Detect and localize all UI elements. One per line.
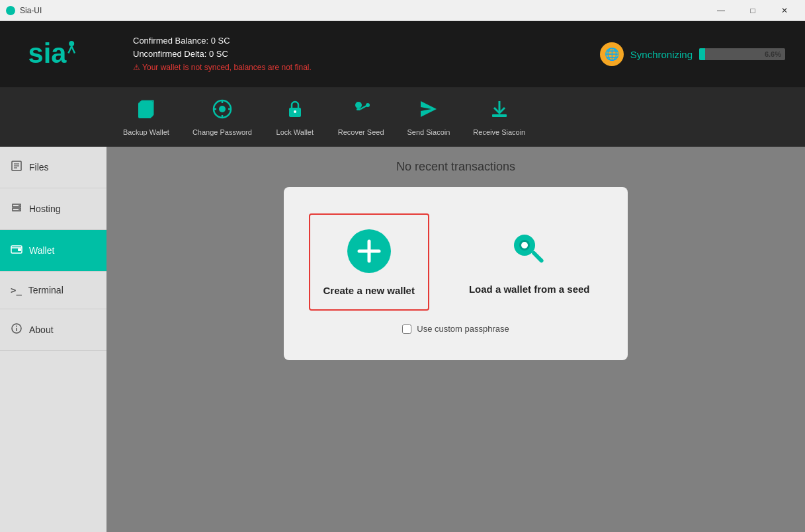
title-bar-left: Sia-UI (5, 5, 42, 16)
lock-wallet-label: Lock Wallet (276, 128, 314, 136)
custom-passphrase-label[interactable]: Use custom passphrase (402, 324, 509, 334)
sync-area: 🌐 Synchronizing 6.6% (600, 42, 785, 66)
recover-seed-label: Recover Seed (338, 128, 384, 136)
about-label: About (29, 324, 54, 335)
wallet-info: Confirmed Balance: 0 SC Unconfirmed Delt… (120, 28, 600, 81)
warning-text: ⚠ Your wallet is not synced, balances ar… (133, 61, 312, 74)
hosting-icon (11, 202, 22, 216)
change-password-icon (212, 98, 233, 124)
wallet-label: Wallet (29, 245, 54, 256)
unconfirmed-balance: Unconfirmed Delta: 0 SC (133, 48, 587, 61)
svg-point-34 (16, 326, 17, 327)
toolbar-main: Backup Wallet Change Password (106, 87, 805, 147)
header-row: sia Confirmed Balance: 0 SC Unconfirmed … (0, 21, 805, 87)
svg-point-19 (366, 103, 370, 107)
send-siacoin-button[interactable]: Send Siacoin (398, 92, 460, 143)
svg-rect-22 (492, 114, 507, 117)
title-bar-controls: — □ ✕ (706, 0, 800, 21)
load-wallet-option[interactable]: Load a wallet from a seed (456, 213, 603, 308)
create-new-wallet-option[interactable]: Create a new wallet (309, 213, 429, 311)
sidebar: Files Hosting (0, 147, 106, 532)
maximize-button[interactable]: □ (738, 0, 768, 21)
no-transactions-text: No recent transactions (396, 160, 515, 174)
title-bar-text: Sia-UI (20, 6, 42, 15)
svg-rect-40 (531, 250, 544, 264)
sidebar-item-files[interactable]: Files (0, 147, 106, 188)
toolbar-spacer (0, 87, 106, 147)
svg-point-2 (69, 41, 74, 46)
svg-text:sia: sia (28, 37, 67, 68)
app-icon (5, 5, 16, 16)
svg-point-27 (19, 205, 20, 206)
lock-wallet-icon (284, 98, 306, 124)
change-password-button[interactable]: Change Password (183, 92, 262, 143)
custom-passphrase-text: Use custom passphrase (417, 324, 509, 334)
wallet-warning: ⚠ Your wallet is not synced, balances ar… (133, 61, 587, 74)
terminal-icon: >_ (11, 285, 22, 295)
minimize-button[interactable]: — (706, 0, 736, 21)
receive-siacoin-button[interactable]: Receive Siacoin (463, 92, 535, 143)
change-password-label: Change Password (192, 128, 252, 136)
main-layout: Files Hosting (0, 147, 805, 532)
about-icon (11, 323, 22, 337)
svg-rect-17 (357, 108, 360, 110)
header-right: Confirmed Balance: 0 SC Unconfirmed Delt… (106, 21, 805, 87)
svg-point-9 (219, 106, 226, 112)
files-icon (11, 160, 22, 174)
svg-line-4 (68, 46, 71, 53)
load-wallet-icon (506, 227, 552, 273)
load-wallet-label: Load a wallet from a seed (469, 284, 590, 295)
receive-siacoin-icon (489, 98, 510, 124)
app-container: sia Confirmed Balance: 0 SC Unconfirmed … (0, 21, 805, 532)
wallet-options-card: Create a new wallet Load a wallet from a… (284, 187, 628, 360)
confirmed-balance: Confirmed Balance: 0 SC (133, 34, 587, 48)
sync-progress-bar: 6.6% (699, 48, 785, 60)
sync-text: Synchronizing (630, 49, 693, 60)
wallet-icon (11, 243, 22, 258)
svg-point-15 (294, 110, 296, 113)
custom-passphrase-checkbox[interactable] (402, 324, 411, 334)
sidebar-item-about[interactable]: About (0, 309, 106, 351)
close-button[interactable]: ✕ (769, 0, 800, 21)
svg-rect-7 (140, 101, 153, 117)
recover-seed-icon (351, 98, 372, 124)
title-bar: Sia-UI — □ ✕ (0, 0, 805, 21)
toolbar-row: Backup Wallet Change Password (0, 87, 805, 147)
sync-percent: 6.6% (765, 50, 781, 58)
receive-siacoin-label: Receive Siacoin (473, 128, 525, 136)
svg-point-28 (19, 209, 20, 210)
terminal-label: Terminal (28, 285, 64, 295)
lock-wallet-button[interactable]: Lock Wallet (265, 92, 325, 143)
svg-line-3 (71, 46, 75, 53)
sia-logo: sia (27, 36, 80, 73)
create-wallet-icon (346, 228, 392, 274)
logo-area: sia (0, 21, 106, 87)
sidebar-item-hosting[interactable]: Hosting (0, 188, 106, 230)
svg-point-0 (6, 6, 15, 15)
create-wallet-label: Create a new wallet (323, 285, 415, 296)
sync-globe-icon: 🌐 (600, 42, 624, 66)
content-area: No recent transactions Create a new wall… (106, 147, 805, 532)
hosting-label: Hosting (29, 204, 60, 214)
backup-wallet-button[interactable]: Backup Wallet (113, 92, 179, 143)
svg-point-16 (355, 102, 362, 108)
send-siacoin-icon (418, 98, 439, 124)
backup-wallet-icon (136, 98, 157, 124)
sync-bar-fill (699, 48, 705, 60)
sidebar-item-wallet[interactable]: Wallet (0, 230, 106, 272)
backup-wallet-label: Backup Wallet (123, 128, 169, 136)
sidebar-item-terminal[interactable]: >_ Terminal (0, 272, 106, 309)
send-siacoin-label: Send Siacoin (407, 128, 450, 136)
wallet-options-row: Create a new wallet Load a wallet from a… (309, 213, 603, 311)
files-label: Files (29, 162, 49, 172)
recover-seed-button[interactable]: Recover Seed (328, 92, 394, 143)
svg-marker-20 (421, 101, 437, 117)
svg-point-41 (521, 242, 528, 248)
svg-rect-30 (18, 248, 21, 251)
